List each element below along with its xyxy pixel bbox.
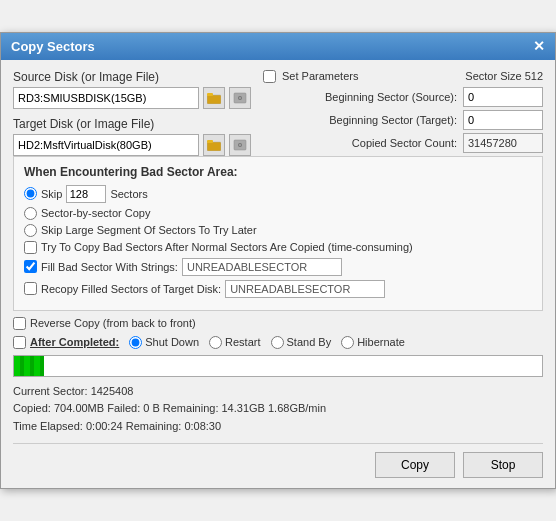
target-folder-btn[interactable] [203,134,225,156]
sector-size-label: Sector Size 512 [465,70,543,82]
beginning-target-label: Beginning Sector (Target): [263,114,463,126]
after-completed-checkbox[interactable] [13,336,26,349]
disk-icon-2 [233,139,247,151]
fill-bad-input[interactable] [182,258,342,276]
target-disk-label: Target Disk (or Image File) [13,117,251,131]
hibernate-radio[interactable] [341,336,354,349]
beginning-source-input[interactable] [463,87,543,107]
copied-count-input [463,133,543,153]
time-line: Time Elapsed: 0:00:24 Remaining: 0:08:30 [13,418,543,436]
fill-bad-label[interactable]: Fill Bad Sector With Strings: [41,261,178,273]
after-completed-row: After Completed: Shut Down Restart Stand… [13,336,543,349]
current-sector-line: Current Sector: 1425408 [13,383,543,401]
set-params-label[interactable]: Set Parameters [282,70,358,82]
folder-icon-2 [207,139,221,151]
restart-radio[interactable] [209,336,222,349]
close-button[interactable]: ✕ [533,39,545,53]
reverse-copy-checkbox[interactable] [13,317,26,330]
svg-rect-0 [207,95,221,104]
recopy-checkbox[interactable] [24,282,37,295]
progress-bar-container [13,355,543,377]
skip-radio[interactable] [24,187,37,200]
skip-count-input[interactable] [66,185,106,203]
skip-label[interactable]: Skip [41,188,62,200]
copied-count-label: Copied Sector Count: [263,137,463,149]
bad-sector-title: When Encountering Bad Sector Area: [24,165,532,179]
svg-rect-5 [207,142,221,151]
title-bar: Copy Sectors ✕ [1,33,555,60]
try-copy-checkbox[interactable] [24,241,37,254]
folder-icon [207,92,221,104]
standby-label[interactable]: Stand By [287,336,332,348]
svg-point-4 [239,97,241,99]
svg-rect-1 [207,93,213,96]
svg-rect-6 [207,140,213,143]
copy-button[interactable]: Copy [375,452,455,478]
fill-bad-checkbox[interactable] [24,260,37,273]
status-text: Current Sector: 1425408 Copied: 704.00MB… [13,383,543,436]
main-window: Copy Sectors ✕ Source Disk (or Image Fil… [0,32,556,490]
stop-button[interactable]: Stop [463,452,543,478]
disk-icon [233,92,247,104]
svg-point-9 [239,144,241,146]
hibernate-label[interactable]: Hibernate [357,336,405,348]
recopy-label[interactable]: Recopy Filled Sectors of Target Disk: [41,283,221,295]
source-folder-btn[interactable] [203,87,225,109]
source-disk-label: Source Disk (or Image File) [13,70,251,84]
sector-by-sector-label[interactable]: Sector-by-sector Copy [41,207,150,219]
beginning-target-input[interactable] [463,110,543,130]
source-disk-btn[interactable] [229,87,251,109]
source-disk-input[interactable] [13,87,199,109]
after-completed-label[interactable]: After Completed: [30,336,119,348]
shutdown-radio[interactable] [129,336,142,349]
restart-label[interactable]: Restart [225,336,260,348]
set-params-checkbox[interactable] [263,70,276,83]
target-disk-input[interactable] [13,134,199,156]
shutdown-label[interactable]: Shut Down [145,336,199,348]
recopy-input[interactable] [225,280,385,298]
reverse-copy-row: Reverse Copy (from back to front) [13,317,543,330]
reverse-copy-label[interactable]: Reverse Copy (from back to front) [30,317,196,329]
copied-line: Copied: 704.00MB Failed: 0 B Remaining: … [13,400,543,418]
skip-large-label[interactable]: Skip Large Segment Of Sectors To Try Lat… [41,224,257,236]
button-row: Copy Stop [13,443,543,478]
progress-bar [14,356,44,376]
skip-large-radio[interactable] [24,224,37,237]
standby-radio[interactable] [271,336,284,349]
try-copy-label[interactable]: Try To Copy Bad Sectors After Normal Sec… [41,241,413,253]
bad-sector-group: When Encountering Bad Sector Area: Skip … [13,156,543,311]
sectors-label: Sectors [110,188,147,200]
window-title: Copy Sectors [11,39,95,54]
sector-by-sector-radio[interactable] [24,207,37,220]
target-disk-btn[interactable] [229,134,251,156]
beginning-source-label: Beginning Sector (Source): [263,91,463,103]
